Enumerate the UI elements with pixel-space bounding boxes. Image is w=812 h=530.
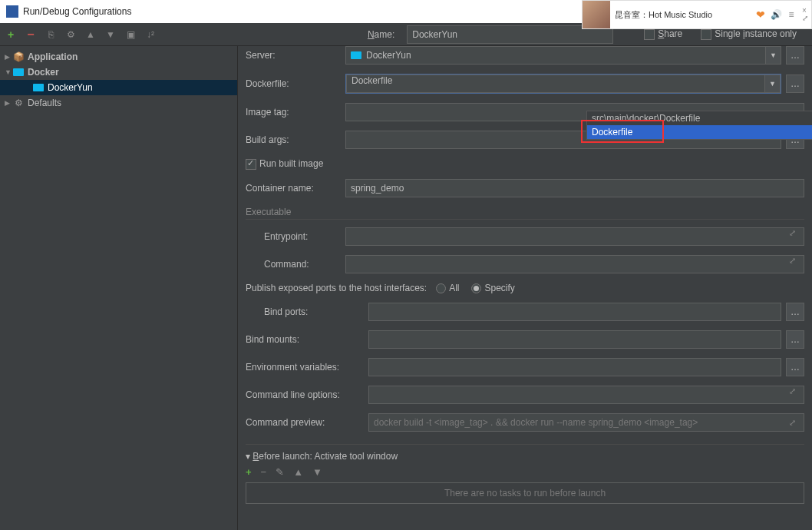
volume-icon[interactable]: 🔊 (770, 8, 782, 21)
settings-icon[interactable]: ⚙ (64, 28, 77, 41)
app-icon (6, 5, 18, 18)
build-args-label: Build args: (246, 134, 345, 145)
expand-icon[interactable]: ⤢ (788, 228, 799, 245)
run-built-image-checkbox[interactable]: Run built image (246, 158, 323, 170)
server-more-button[interactable]: … (786, 46, 804, 65)
heart-icon[interactable]: ❤ (753, 8, 768, 21)
tree-dockeryun[interactable]: DockerYun (0, 80, 237, 95)
container-name-label: Container name: (246, 183, 345, 194)
music-track-title: 昆音室：Hot Music Studio (610, 9, 753, 21)
remove-task-button[interactable]: − (261, 466, 267, 478)
move-up-icon[interactable]: ▲ (84, 28, 97, 41)
expand-mini-icon[interactable]: ⤢ (802, 15, 808, 22)
copy-config-button[interactable]: ⎘ (45, 28, 57, 41)
tree-docker[interactable]: ▼Docker (0, 65, 237, 80)
playlist-icon[interactable]: ≡ (785, 8, 797, 21)
server-dropdown[interactable]: DockerYun ▼ (345, 46, 781, 65)
dropdown-option[interactable]: src\main\docker\Dockerfile (587, 111, 812, 125)
publish-ports-label: Publish exposed ports to the host interf… (246, 283, 427, 293)
env-vars-input[interactable] (368, 358, 781, 376)
entrypoint-input[interactable]: ⤢ (345, 227, 804, 246)
before-launch-header[interactable]: ▾ Before launch: Activate tool window (246, 444, 804, 462)
add-config-button[interactable]: + (5, 28, 17, 41)
config-form: Server: DockerYun ▼ … Dockerfile: Docker… (238, 46, 812, 530)
cmd-preview-box: docker build -t <image_tag> . && docker … (368, 413, 804, 432)
music-player-widget: 昆音室：Hot Music Studio ❤ 🔊 ≡ × ⤢ (582, 0, 812, 29)
tree-defaults[interactable]: ▶⚙Defaults (0, 95, 237, 111)
album-art (583, 1, 610, 28)
remove-config-button[interactable]: − (25, 28, 37, 41)
chevron-down-icon[interactable]: ▼ (765, 75, 781, 93)
bind-mounts-label: Bind mounts: (246, 334, 368, 345)
server-label: Server: (246, 50, 345, 61)
bind-ports-input[interactable] (368, 303, 781, 321)
dockerfile-dropdown[interactable]: Dockerfile ▼ (345, 74, 781, 94)
sort-icon[interactable]: ↓² (144, 28, 157, 41)
dockerfile-more-button[interactable]: … (786, 75, 804, 93)
task-down-button[interactable]: ▼ (312, 466, 322, 478)
executable-section: Executable (246, 207, 804, 220)
cmd-opts-input[interactable]: ⤢ (368, 386, 804, 404)
dockerfile-label: Dockerfile: (246, 78, 345, 89)
command-label: Command: (246, 259, 345, 270)
cmd-opts-label: Command line options: (246, 389, 368, 400)
expand-icon[interactable]: ⤢ (788, 386, 799, 403)
publish-all-radio[interactable]: All (436, 283, 459, 293)
image-tag-label: Image tag: (246, 107, 345, 118)
move-down-icon[interactable]: ▼ (104, 28, 117, 41)
task-up-button[interactable]: ▲ (293, 466, 303, 478)
env-vars-more-button[interactable]: … (786, 358, 804, 376)
config-tree: ▶📦Application ▼Docker DockerYun ▶⚙Defaul… (0, 46, 238, 530)
folder-icon[interactable]: ▣ (124, 28, 137, 41)
expand-icon[interactable]: ⤢ (788, 418, 799, 428)
single-instance-checkbox[interactable]: Single instance only (701, 28, 797, 40)
share-checkbox[interactable]: Share (644, 28, 682, 40)
tasks-empty-label: There are no tasks to run before launch (246, 482, 804, 504)
bind-ports-label: Bind ports: (246, 306, 368, 317)
add-task-button[interactable]: + (246, 466, 252, 478)
command-input[interactable]: ⤢ (345, 255, 804, 273)
env-vars-label: Environment variables: (246, 362, 368, 373)
dropdown-option-selected[interactable]: Dockerfile (587, 125, 812, 139)
name-label: Name: (368, 29, 394, 40)
bind-mounts-more-button[interactable]: … (786, 330, 804, 349)
bind-mounts-input[interactable] (368, 330, 781, 349)
tree-application[interactable]: ▶📦Application (0, 49, 237, 65)
publish-specify-radio[interactable]: Specify (471, 283, 514, 293)
docker-icon (351, 51, 361, 59)
chevron-down-icon[interactable]: ▼ (766, 46, 781, 65)
cmd-preview-label: Command preview: (246, 417, 368, 428)
window-title: Run/Debug Configurations (23, 6, 131, 17)
bind-ports-more-button[interactable]: … (786, 303, 804, 321)
entrypoint-label: Entrypoint: (246, 231, 345, 242)
expand-icon[interactable]: ⤢ (788, 256, 799, 273)
edit-task-button[interactable]: ✎ (276, 466, 284, 478)
container-name-input[interactable] (345, 179, 804, 197)
dockerfile-dropdown-list: src\main\docker\Dockerfile Dockerfile (586, 111, 812, 140)
